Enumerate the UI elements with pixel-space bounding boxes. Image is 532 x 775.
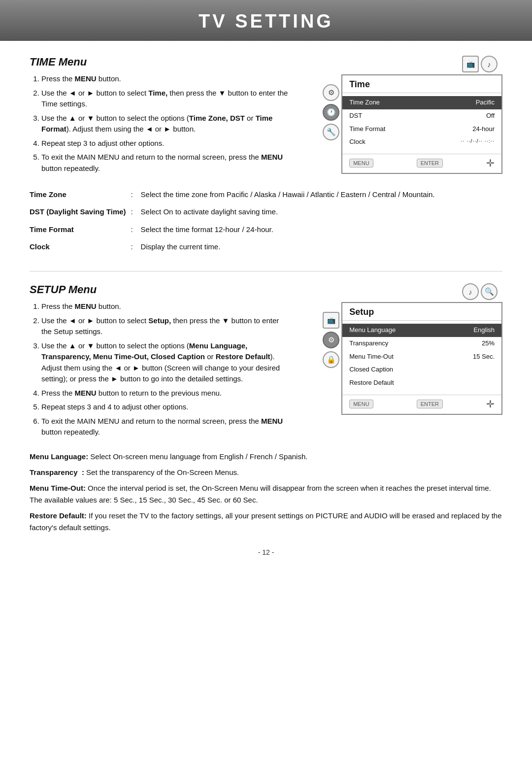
language-label: Menu Language bbox=[349, 325, 396, 336]
timeout-value: 15 Sec. bbox=[473, 352, 495, 362]
def-term-format: Time Format bbox=[30, 222, 131, 239]
wrench-icon: 🔧 bbox=[323, 124, 339, 140]
desc-restore-default: Restore Default: If you reset the TV to … bbox=[30, 510, 502, 534]
def-desc-dst: Select On to activate daylight saving ti… bbox=[141, 204, 502, 221]
time-icons-side: ⚙ 🕐 🔧 Time Time Zone Pacific DST bbox=[323, 74, 502, 174]
tv-icon: 📺 bbox=[462, 56, 479, 72]
setup-menu-footer: MENU ENTER ✛ bbox=[342, 395, 501, 414]
desc-menu-timeout: Menu Time-Out: Once the interval period … bbox=[30, 482, 502, 506]
def-colon-dst: : bbox=[131, 204, 141, 221]
time-step-5: To exit the MAIN MENU and return to the … bbox=[41, 152, 290, 174]
setup-nav-cross-icon: ✛ bbox=[486, 398, 495, 410]
time-step-1: Press the MENU button. bbox=[41, 73, 290, 85]
timezone-value: Pacific bbox=[476, 98, 495, 108]
setup-step-5: Repeat steps 3 and 4 to adjust other opt… bbox=[41, 402, 290, 413]
def-term-clock: Clock bbox=[30, 239, 131, 256]
language-value: English bbox=[473, 325, 495, 336]
lock-icon: 🔒 bbox=[323, 351, 339, 368]
setup-descriptions: Menu Language: Select On-screen menu lan… bbox=[30, 451, 502, 534]
page-title: TV SETTING bbox=[0, 11, 532, 32]
setup-row-caption: Closed Caption bbox=[342, 363, 501, 376]
settings-nav-icon: ⚙ bbox=[323, 84, 339, 101]
setup-row-language: Menu Language English bbox=[342, 324, 501, 337]
setup-step-1: Press the MENU button. bbox=[41, 301, 290, 312]
time-menu-title: Time bbox=[342, 75, 501, 93]
music2-icon: ♪ bbox=[462, 283, 479, 300]
transparency-label: Transparency bbox=[349, 338, 388, 349]
setup-section: SETUP Menu Press the MENU button. Use th… bbox=[30, 283, 502, 441]
def-colon-timezone: : bbox=[131, 187, 141, 204]
def-row-timezone: Time Zone : Select the time zone from Pa… bbox=[30, 187, 502, 204]
time-side-icons: ⚙ 🕐 🔧 bbox=[323, 74, 339, 140]
setup-steps-list: Press the MENU button. Use the ◄ or ► bu… bbox=[30, 301, 290, 438]
format-label: Time Format bbox=[349, 124, 385, 135]
time-panel-wrapper: 📺 ♪ ⚙ 🕐 🔧 Time Time Zone bbox=[323, 56, 502, 174]
def-term-timezone: Time Zone bbox=[30, 187, 131, 204]
time-step-4: Repeat step 3 to adjust other options. bbox=[41, 138, 290, 149]
setup-step-3: Use the ▲ or ▼ button to select the opti… bbox=[41, 340, 290, 385]
time-menu-box: Time Time Zone Pacific DST Off T bbox=[341, 74, 502, 174]
time-row-format: Time Format 24-hour bbox=[342, 123, 501, 136]
setup-menu-btn[interactable]: MENU bbox=[349, 400, 373, 408]
setup-section-title: SETUP Menu bbox=[30, 283, 290, 296]
time-definitions: Time Zone : Select the time zone from Pa… bbox=[30, 187, 502, 256]
setup-menu-title: Setup bbox=[342, 303, 501, 321]
time-step-2: Use the ◄ or ► button to select Time, th… bbox=[41, 88, 290, 110]
def-desc-format: Select the time format 12-hour / 24-hour… bbox=[141, 222, 502, 239]
setup-side-icons: 📺 ⚙ 🔒 bbox=[323, 302, 339, 368]
desc-menu-language: Menu Language: Select On-screen menu lan… bbox=[30, 451, 502, 463]
restore-label: Restore Default bbox=[349, 378, 394, 388]
dst-value: Off bbox=[486, 111, 495, 121]
section-divider bbox=[30, 271, 502, 271]
clock-value: ·· ··/··/·· ··:·· bbox=[461, 137, 495, 147]
clock-label: Clock bbox=[349, 137, 366, 147]
time-section: TIME Menu Press the MENU button. Use the… bbox=[30, 56, 502, 177]
time-section-title: TIME Menu bbox=[30, 56, 290, 68]
setup-top-icons: ♪ 🔍 bbox=[323, 283, 502, 300]
gear-icon-active: ⚙ bbox=[323, 332, 339, 348]
def-desc-clock: Display the current time. bbox=[141, 239, 502, 256]
setup-step-6: To exit the MAIN MENU and return to the … bbox=[41, 416, 290, 438]
setup-row-timeout: Menu Time-Out 15 Sec. bbox=[342, 350, 501, 364]
setup-menu-box: Setup Menu Language English Transparency… bbox=[341, 302, 502, 415]
def-colon-clock: : bbox=[131, 239, 141, 256]
setup-enter-btn[interactable]: ENTER bbox=[417, 400, 443, 408]
setup-section-text: SETUP Menu Press the MENU button. Use th… bbox=[30, 283, 290, 441]
time-top-icons: 📺 ♪ bbox=[323, 56, 502, 72]
setup-icons-side: 📺 ⚙ 🔒 Setup Menu Language English bbox=[323, 302, 502, 415]
setup-step-2: Use the ◄ or ► button to select Setup, t… bbox=[41, 315, 290, 337]
def-row-dst: DST (Daylight Saving Time) : Select On t… bbox=[30, 204, 502, 221]
timeout-label: Menu Time-Out bbox=[349, 352, 394, 362]
time-row-dst: DST Off bbox=[342, 109, 501, 123]
page-header: TV SETTING bbox=[0, 0, 532, 41]
time-step-3: Use the ▲ or ▼ button to select the opti… bbox=[41, 113, 290, 135]
tv2-icon: 📺 bbox=[323, 312, 339, 329]
page-number: - 12 - bbox=[30, 548, 502, 556]
def-term-dst: DST (Daylight Saving Time) bbox=[30, 204, 131, 221]
setup-step-4: Press the MENU button to return to the p… bbox=[41, 388, 290, 399]
setup-menu-body: Menu Language English Transparency 25% M… bbox=[342, 321, 501, 393]
time-panel: 📺 ♪ ⚙ 🕐 🔧 Time Time Zone bbox=[323, 56, 502, 174]
enter-btn[interactable]: ENTER bbox=[417, 159, 443, 168]
desc-transparency: Transparency : Set the transparency of t… bbox=[30, 467, 502, 478]
def-desc-timezone: Select the time zone from Pacific / Alas… bbox=[141, 187, 502, 204]
search-icon: 🔍 bbox=[481, 283, 498, 300]
timezone-label: Time Zone bbox=[349, 98, 380, 108]
transparency-value: 25% bbox=[482, 338, 495, 349]
setup-row-restore: Restore Default bbox=[342, 376, 501, 390]
time-row-clock: Clock ·· ··/··/·· ··:·· bbox=[342, 135, 501, 149]
time-row-timezone: Time Zone Pacific bbox=[342, 96, 501, 109]
time-menu-footer: MENU ENTER ✛ bbox=[342, 154, 501, 173]
music-icon: ♪ bbox=[481, 56, 498, 72]
format-value: 24-hour bbox=[472, 124, 495, 135]
setup-row-transparency: Transparency 25% bbox=[342, 337, 501, 350]
dst-label: DST bbox=[349, 111, 362, 121]
menu-btn[interactable]: MENU bbox=[349, 159, 373, 168]
setup-panel-wrapper: ♪ 🔍 📺 ⚙ 🔒 Setup Menu Language bbox=[323, 283, 502, 415]
def-row-clock: Clock : Display the current time. bbox=[30, 239, 502, 256]
time-menu-body: Time Zone Pacific DST Off Time Format 24… bbox=[342, 93, 501, 152]
clock-icon-active: 🕐 bbox=[323, 104, 339, 121]
time-section-text: TIME Menu Press the MENU button. Use the… bbox=[30, 56, 290, 177]
def-row-format: Time Format : Select the time format 12-… bbox=[30, 222, 502, 239]
setup-panel: ♪ 🔍 📺 ⚙ 🔒 Setup Menu Language bbox=[323, 283, 502, 415]
